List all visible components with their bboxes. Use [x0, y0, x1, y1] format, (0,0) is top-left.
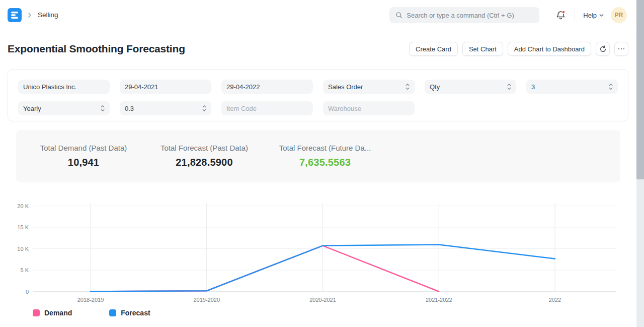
search-icon [395, 12, 403, 19]
based-on-field-value: Qty [430, 83, 507, 91]
company-input[interactable] [23, 83, 105, 91]
from-date-input[interactable] [125, 83, 206, 91]
based-on-document-value: Sales Order [328, 83, 406, 91]
periodicity-select[interactable]: Yearly [18, 101, 110, 115]
page-header: Exponential Smoothing Forecasting Create… [8, 42, 628, 56]
based-on-document-select[interactable]: Sales Order [323, 80, 415, 94]
periodicity-value: Yearly [23, 105, 101, 112]
legend-label: Forecast [121, 309, 150, 317]
no-of-years-select[interactable]: 3 [526, 80, 618, 94]
stat-label: Total Forecast (Past Data) [144, 144, 265, 152]
legend-item-forecast: Forecast [109, 309, 150, 317]
to-date-input[interactable] [226, 83, 308, 91]
create-card-button[interactable]: Create Card [409, 42, 458, 56]
warehouse-field[interactable] [323, 101, 415, 115]
chevron-down-icon [599, 14, 604, 17]
help-dropdown[interactable]: Help [583, 12, 604, 19]
item-code-input[interactable] [226, 105, 308, 112]
warehouse-input[interactable] [328, 105, 410, 112]
add-chart-to-dashboard-button[interactable]: Add Chart to Dashboard [508, 42, 591, 56]
from-date-field[interactable] [120, 80, 211, 94]
page-title: Exponential Smoothing Forecasting [8, 43, 185, 55]
smoothing-constant-select[interactable]: 0.3 [120, 101, 211, 115]
stat-value: 10,941 [23, 157, 144, 168]
select-chevrons-icon [202, 105, 206, 112]
global-search[interactable] [389, 7, 539, 23]
stat-label: Total Demand (Past Data) [23, 144, 144, 152]
summary-section: Total Demand (Past Data) 10,941 Total Fo… [16, 130, 620, 182]
forecast-legend-swatch [109, 309, 116, 316]
svg-text:5 K: 5 K [20, 267, 29, 273]
demand-legend-swatch [33, 309, 40, 316]
breadcrumb-chevron-icon [28, 12, 32, 18]
navbar: Selling Help [0, 0, 644, 30]
svg-text:2020-2021: 2020-2021 [309, 297, 336, 303]
select-chevrons-icon [101, 105, 105, 112]
based-on-field-select[interactable]: Qty [425, 80, 516, 94]
navbar-divider [575, 9, 575, 21]
svg-text:2021-2022: 2021-2022 [426, 297, 452, 303]
refresh-icon [599, 45, 607, 53]
forecast-chart: 05 K10 K15 K20 K2018-20192019-20202020-2… [8, 198, 628, 306]
menu-button[interactable] [614, 42, 628, 56]
svg-text:20 K: 20 K [17, 203, 29, 209]
scrollbar-track[interactable] [636, 0, 644, 327]
app-logo[interactable] [8, 8, 22, 22]
avatar[interactable]: PR [611, 7, 627, 23]
stat-total-forecast-future: Total Forecast (Future Da... 7,635.5563 [265, 144, 385, 182]
refresh-button[interactable] [596, 42, 610, 56]
help-label: Help [583, 12, 597, 19]
select-chevrons-icon [507, 83, 511, 90]
to-date-field[interactable] [221, 80, 313, 94]
erpnext-logo-icon [10, 11, 19, 20]
scrollbar-thumb[interactable] [636, 0, 644, 179]
company-field[interactable] [18, 80, 110, 94]
search-input[interactable] [407, 12, 533, 19]
page: Selling Help [0, 0, 644, 327]
chart-legend: Demand Forecast [8, 309, 628, 317]
set-chart-button[interactable]: Set Chart [462, 42, 503, 56]
no-of-years-value: 3 [531, 83, 609, 91]
svg-text:0: 0 [26, 289, 29, 295]
ellipsis-icon [618, 48, 625, 50]
select-chevrons-icon [406, 83, 410, 90]
svg-text:2022: 2022 [549, 297, 561, 303]
svg-text:15 K: 15 K [17, 224, 29, 230]
bell-icon [556, 11, 566, 20]
legend-item-demand: Demand [33, 309, 72, 317]
item-code-field[interactable] [221, 101, 313, 115]
select-chevrons-icon [609, 83, 613, 90]
avatar-initials: PR [615, 12, 623, 19]
stat-total-forecast-past: Total Forecast (Past Data) 21,828.5900 [144, 144, 265, 182]
stat-label: Total Forecast (Future Da... [265, 144, 385, 152]
filter-section: Sales Order Qty 3 Yearly [8, 69, 628, 121]
stat-total-demand-past: Total Demand (Past Data) 10,941 [23, 144, 144, 182]
breadcrumb-selling[interactable]: Selling [38, 11, 58, 19]
smoothing-constant-value: 0.3 [125, 105, 202, 112]
legend-label: Demand [44, 309, 72, 317]
stat-value: 7,635.5563 [265, 157, 385, 168]
svg-text:10 K: 10 K [17, 246, 29, 252]
svg-text:2018-2019: 2018-2019 [77, 297, 104, 303]
notifications-button[interactable] [556, 11, 566, 20]
svg-text:2019-2020: 2019-2020 [193, 297, 220, 303]
stat-value: 21,828.5900 [144, 157, 265, 168]
